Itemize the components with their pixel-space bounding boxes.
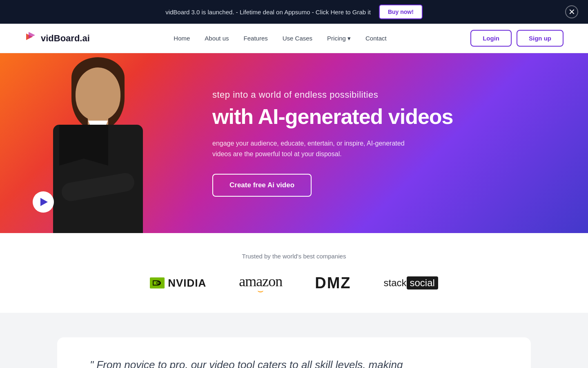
nvidia-icon: [150, 277, 165, 289]
logo-text: vidBoard.ai: [41, 33, 90, 44]
testimonial-section: " From novice to pro, our video tool cat…: [0, 313, 588, 368]
close-icon: ✕: [568, 7, 575, 17]
testimonial-text: " From novice to pro, our video tool cat…: [90, 357, 498, 368]
trusted-heading: Trusted by the world's best companies: [24, 253, 564, 260]
logos-row: NVIDIA amazon ⌣ DMZ stack social: [24, 273, 564, 293]
testimonial-card: " From novice to pro, our video tool cat…: [57, 337, 531, 368]
logo-icon: [24, 30, 38, 46]
stack-text: stack: [384, 277, 407, 289]
nav-contact[interactable]: Contact: [365, 35, 387, 42]
logo[interactable]: vidBoard.ai: [24, 30, 90, 46]
nav-features[interactable]: Features: [244, 35, 268, 42]
nvidia-text: NVIDIA: [168, 277, 206, 289]
signup-button[interactable]: Sign up: [517, 30, 564, 47]
play-button[interactable]: [33, 191, 54, 213]
hero-section: step into a world of endless possibiliti…: [0, 53, 588, 233]
hero-image-area: [0, 53, 196, 233]
stacksocial-logo: stack social: [384, 276, 438, 289]
hero-title: with AI-generated videos: [212, 105, 555, 128]
trusted-section: Trusted by the world's best companies NV…: [0, 233, 588, 313]
dmz-text: DMZ: [315, 274, 351, 292]
hero-description: engage your audience, educate, entertain…: [212, 138, 408, 159]
amazon-logo: amazon ⌣: [239, 273, 282, 293]
create-video-button[interactable]: Create free Ai video: [212, 174, 312, 197]
nav-use-cases[interactable]: Use Cases: [283, 35, 312, 42]
social-text: social: [407, 276, 438, 289]
play-icon: [40, 198, 48, 206]
dmz-logo: DMZ: [315, 274, 351, 292]
svg-point-2: [157, 282, 159, 284]
hero-subtitle: step into a world of endless possibiliti…: [212, 90, 555, 100]
announcement-bar: vidBoard 3.0 is launched. - Lifetime dea…: [0, 0, 588, 24]
chevron-down-icon: ▾: [347, 35, 351, 42]
nav-pricing[interactable]: Pricing ▾: [327, 35, 351, 42]
nav-home[interactable]: Home: [174, 35, 190, 42]
announcement-text: vidBoard 3.0 is launched. - Lifetime dea…: [165, 9, 371, 16]
amazon-text: amazon: [239, 273, 282, 290]
buy-now-button[interactable]: Buy now!: [379, 4, 423, 19]
nav-actions: Login Sign up: [470, 30, 564, 47]
navbar: vidBoard.ai Home About us Features Use C…: [0, 24, 588, 53]
login-button[interactable]: Login: [470, 30, 512, 47]
nav-links: Home About us Features Use Cases Pricing…: [174, 35, 386, 42]
nvidia-logo: NVIDIA: [150, 277, 206, 289]
hero-content: step into a world of endless possibiliti…: [196, 53, 588, 233]
close-announcement-button[interactable]: ✕: [565, 5, 578, 18]
nav-about[interactable]: About us: [205, 35, 229, 42]
